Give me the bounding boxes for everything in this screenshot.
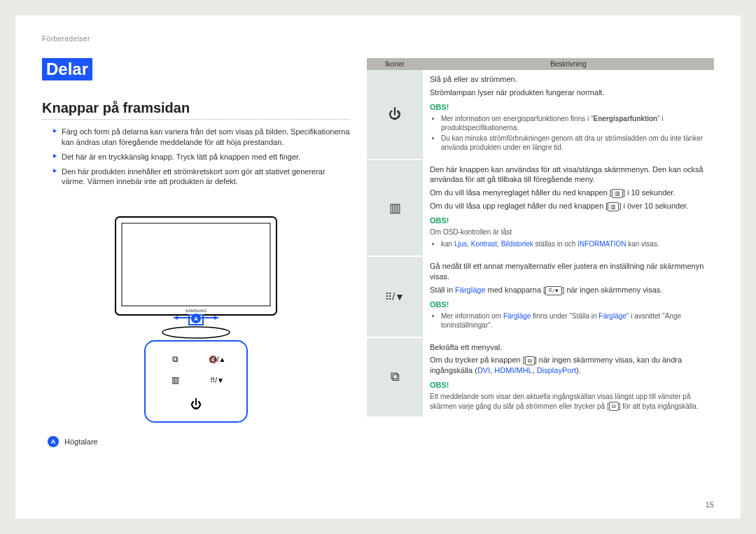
power-icon: ⏻: [367, 70, 423, 160]
source-btn-icon: ⧉: [525, 356, 535, 365]
note-label: OBS!: [430, 300, 707, 310]
svg-text:SAMSUNG: SAMSUNG: [186, 309, 207, 313]
note-text: Ett meddelande som visar den aktuella in…: [430, 392, 707, 411]
divider: [42, 119, 350, 120]
list-item: kan Ljus, Kontrast, Bildstorlek ställas …: [441, 239, 707, 248]
svg-text:⠿/▼: ⠿/▼: [210, 377, 224, 384]
text: Bekräfta ett menyval.: [430, 342, 707, 353]
legend-marker: A: [48, 436, 59, 447]
list-item: Färg och form på delarna kan variera frå…: [53, 127, 350, 148]
col-header-desc: Beskrivning: [423, 58, 714, 70]
text: Gå nedåt till ett annat menyalternativ e…: [430, 261, 707, 282]
text: Om OSD-kontrollen är låst: [430, 227, 707, 237]
svg-text:▥: ▥: [172, 375, 179, 385]
note-label: OBS!: [430, 102, 707, 113]
list-item: Mer information om energisparfunktionen …: [441, 114, 707, 132]
svg-text:⏻: ⏻: [190, 398, 202, 410]
table-row-menu: ▥ Den här knappen kan användas för att v…: [367, 160, 714, 257]
table-row-source: ⧉ Bekräfta ett menyval. Om du trycker på…: [367, 337, 714, 418]
menu-btn-icon: ▥: [608, 202, 619, 211]
source-btn-icon: ⧉: [609, 402, 619, 411]
svg-marker-8: [174, 316, 178, 320]
nav-icon: ⠿/▼: [367, 256, 423, 337]
svg-text:🔇/▲: 🔇/▲: [209, 355, 226, 364]
button-panel-diagram: ⧉ 🔇/▲ ▥ ⠿/▼ ⏻: [144, 339, 248, 423]
note-label: OBS!: [430, 380, 707, 391]
table-row-power: ⏻ Slå på eller av strömmen. Strömlampan …: [367, 70, 714, 160]
menu-btn-icon: ▥: [612, 189, 623, 198]
text: Strömlampan lyser när produkten fungerar…: [430, 87, 707, 98]
table-row-nav: ⠿/▼ Gå nedåt till ett annat menyalternat…: [367, 256, 714, 337]
text: Om du vill låsa menyreglaget håller du n…: [430, 188, 707, 198]
description-table: Ikoner Beskrivning ⏻ Slå på eller av str…: [367, 58, 714, 418]
section-title: Knappar på framsidan: [42, 100, 350, 116]
note-list: kan Ljus, Kontrast, Bildstorlek ställas …: [430, 239, 707, 248]
note-label: OBS!: [430, 216, 707, 226]
chapter-tag: Delar: [42, 58, 92, 80]
list-item: Det här är en tryckkänslig knapp. Tryck …: [53, 152, 350, 162]
menu-icon: ▥: [367, 160, 423, 257]
legend-label: Högtalare: [64, 437, 98, 446]
monitor-diagram: SAMSUNG A: [112, 213, 280, 339]
product-illustration: SAMSUNG A: [42, 201, 350, 447]
svg-marker-10: [214, 316, 218, 320]
list-item: Den här produkten innehåller ett strömkr…: [53, 167, 350, 188]
left-column: Delar Knappar på framsidan Färg och form…: [42, 58, 350, 447]
svg-point-4: [162, 327, 230, 338]
col-header-icons: Ikoner: [367, 58, 423, 70]
list-item: Du kan minska strömförbrukningen genom a…: [441, 134, 707, 152]
nav-btn-icon: ⠿/▼: [545, 286, 562, 295]
document-page: Förberedelser Delar Knappar på framsidan…: [15, 15, 741, 519]
note-list: Mer information om Färgläge finns under …: [430, 311, 707, 330]
text: Ställ in Färgläge med knapparna [⠿/▼] nä…: [430, 285, 707, 295]
text: Slå på eller av strömmen.: [430, 74, 707, 85]
svg-text:A: A: [194, 316, 198, 322]
text: Om du trycker på knappen [⧉] när ingen s…: [430, 355, 707, 376]
right-column: Ikoner Beskrivning ⏻ Slå på eller av str…: [367, 58, 714, 447]
text: Om du vill låsa upp reglaget håller du n…: [430, 201, 707, 211]
source-icon: ⧉: [367, 337, 423, 418]
page-number: 15: [706, 500, 714, 509]
legend: A Högtalare: [48, 436, 98, 447]
two-column-layout: Delar Knappar på framsidan Färg och form…: [42, 58, 714, 447]
text: Den här knappen kan användas för att vis…: [430, 164, 707, 185]
breadcrumb: Förberedelser: [42, 35, 714, 43]
svg-rect-1: [122, 223, 270, 306]
intro-bullet-list: Färg och form på delarna kan variera frå…: [42, 127, 350, 187]
svg-text:⧉: ⧉: [172, 354, 178, 364]
note-list: Mer information om energisparfunktionen …: [430, 114, 707, 152]
list-item: Mer information om Färgläge finns under …: [441, 311, 707, 330]
